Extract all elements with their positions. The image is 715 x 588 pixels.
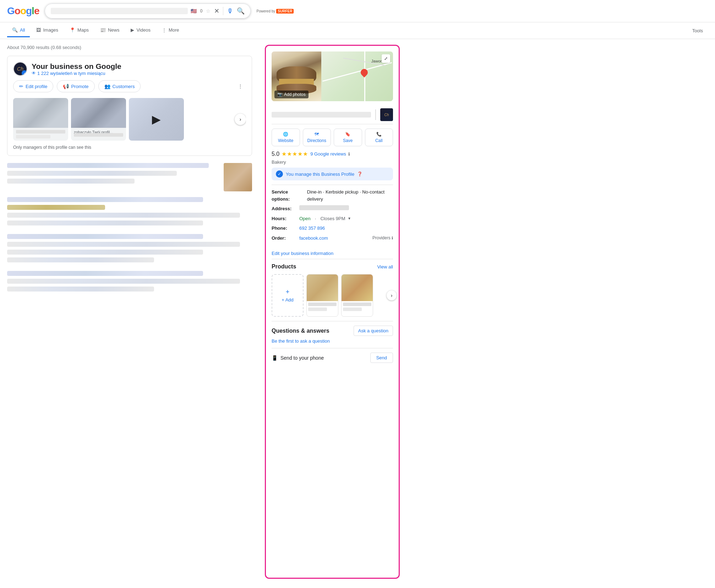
blurred-img-2 (71, 98, 126, 128)
zero-badge: 0 (200, 9, 203, 13)
surfer-badge: Powered by SURFER (256, 9, 294, 13)
main-layout: About 70,900 results (0.68 seconds) Ch ✓… (0, 39, 715, 584)
more-options-button[interactable]: ⋮ (235, 81, 246, 92)
mic-icon[interactable]: 🎙 (227, 7, 233, 15)
reviews-link[interactable]: 9 Google reviews (310, 151, 346, 157)
edit-profile-button[interactable]: ✏ Edit profile (13, 80, 53, 92)
news-icon: 📰 (100, 27, 106, 33)
phone-row: Phone: 692 357 896 (272, 225, 393, 232)
result-thumbnail-1 (224, 163, 252, 191)
views-count[interactable]: 1 222 wyświetleń w tym miesiącu (37, 71, 105, 76)
website-button[interactable]: 🌐 Website (272, 129, 300, 146)
result-title-3 (7, 234, 203, 239)
result-snippet-8 (7, 279, 240, 284)
view-all-link[interactable]: View all (377, 264, 393, 270)
star-icon[interactable]: ☆ (206, 8, 211, 14)
products-title: Products (272, 263, 296, 270)
qa-section: Questions & answers Ask a question Be th… (272, 321, 393, 348)
expand-map-button[interactable]: ⤢ (382, 54, 390, 63)
hours-detail[interactable]: Closes 9PM (320, 215, 345, 222)
add-photos-button[interactable]: 📷 Add photos (274, 91, 309, 98)
address-row: Address: (272, 205, 393, 212)
hours-label: Hours: (272, 215, 296, 222)
left-panel: About 70,900 results (0.68 seconds) Ch ✓… (0, 39, 259, 584)
tab-more[interactable]: ⋮ More (157, 24, 184, 37)
map-area[interactable]: Jaworze ⤢ (321, 51, 393, 101)
action-buttons: ✏ Edit profile 📢 Promote 👥 Customers ⋮ (13, 80, 246, 92)
card-item-1 (13, 98, 68, 141)
images-icon: 🖼 (36, 27, 41, 33)
customers-icon: 👥 (104, 83, 110, 89)
manage-check-icon: ✓ (276, 170, 283, 178)
results-count: About 70,900 results (0.68 seconds) (7, 45, 252, 50)
tools-button[interactable]: Tools (687, 24, 708, 37)
manage-help-icon[interactable]: ❓ (357, 172, 362, 176)
send-to-phone-section: 📱 Send to your phone Send (272, 348, 393, 367)
card-item-2: zobaczyło Twój profil... (71, 98, 126, 141)
result-snippet-5 (7, 242, 240, 247)
result-snippet-9 (7, 287, 154, 292)
divider (375, 109, 376, 120)
order-row: Order: facebook.com Providers ℹ (272, 235, 393, 242)
order-label: Order: (272, 235, 296, 242)
save-icon: 🔖 (345, 132, 350, 137)
tab-images[interactable]: 🖼 Images (31, 24, 63, 37)
phone-label: Phone: (272, 225, 296, 232)
search-icon[interactable]: 🔍 (237, 7, 245, 15)
directions-icon: 🗺 (315, 132, 319, 137)
call-button[interactable]: 📞 Call (365, 129, 393, 146)
providers-label[interactable]: Providers ℹ (372, 235, 393, 241)
product-price-2-blurred (343, 307, 362, 311)
nav-tabs: 🔍 All 🖼 Images 📍 Maps 📰 News ▶ Videos ⋮ … (0, 22, 715, 39)
divider (223, 7, 223, 15)
tab-news[interactable]: 📰 News (95, 24, 125, 37)
business-info: Your business on Google 👁 1 222 wyświetl… (32, 62, 121, 76)
maps-icon: 📍 (70, 27, 75, 33)
ask-question-button[interactable]: Ask a question (354, 326, 393, 336)
product-name-1-blurred (308, 303, 337, 306)
result-title-2 (7, 197, 203, 202)
customers-button[interactable]: 👥 Customers (98, 80, 141, 92)
reviews-info-icon[interactable]: ℹ (348, 152, 350, 157)
search-results (7, 163, 252, 294)
product-card-1[interactable] (306, 274, 338, 317)
result-title-1 (7, 163, 209, 168)
product-price-1-blurred (308, 307, 327, 311)
hours-chevron[interactable]: ▾ (348, 215, 350, 222)
cards-nav-arrow[interactable]: › (235, 114, 246, 125)
address-label: Address: (272, 205, 296, 212)
service-options-label: Service options: (272, 189, 304, 202)
result-row-1 (7, 163, 252, 191)
all-icon: 🔍 (12, 27, 18, 33)
result-title-4 (7, 271, 203, 276)
qa-first-link[interactable]: Be the first to ask a question (272, 338, 330, 344)
order-value[interactable]: facebook.com (299, 235, 328, 242)
manage-badge: ✓ You manage this Business Profile ❓ (272, 168, 393, 180)
products-nav-arrow[interactable]: › (387, 290, 397, 300)
tab-all[interactable]: 🔍 All (7, 24, 30, 37)
send-label: 📱 Send to your phone (272, 355, 324, 361)
edit-business-link[interactable]: Edit your business information (272, 251, 393, 256)
hours-status: Open (299, 215, 311, 222)
map-container: Jaworze ⤢ 📷 Add photos (272, 51, 393, 101)
eye-icon: 👁 (32, 71, 36, 76)
send-button[interactable]: Send (370, 353, 393, 363)
add-product-button[interactable]: + + Add (272, 274, 304, 317)
phone-value[interactable]: 692 357 896 (299, 225, 325, 232)
product-card-2[interactable] (341, 274, 373, 317)
close-icon[interactable]: ✕ (214, 7, 219, 15)
save-button[interactable]: 🔖 Save (334, 129, 362, 146)
promote-button[interactable]: 📢 Promote (57, 80, 94, 92)
products-header: Products View all (272, 263, 393, 270)
tab-maps[interactable]: 📍 Maps (65, 24, 94, 37)
tab-videos[interactable]: ▶ Videos (126, 24, 155, 37)
search-input-blurred (51, 8, 187, 14)
providers-info-icon: ℹ (392, 236, 393, 240)
business-header: Ch ✓ Your business on Google 👁 1 222 wyś… (13, 62, 246, 76)
send-phone-icon: 📱 (272, 355, 278, 361)
product-image-1 (307, 274, 338, 301)
business-logo: Ch ✓ (13, 62, 27, 76)
directions-button[interactable]: 🗺 Directions (303, 129, 331, 146)
knowledge-panel: Jaworze ⤢ 📷 Add photos Ch 🌐 Websi (265, 45, 400, 579)
search-bar[interactable]: 🇺🇸 0 ☆ ✕ 🎙 🔍 (45, 4, 251, 18)
